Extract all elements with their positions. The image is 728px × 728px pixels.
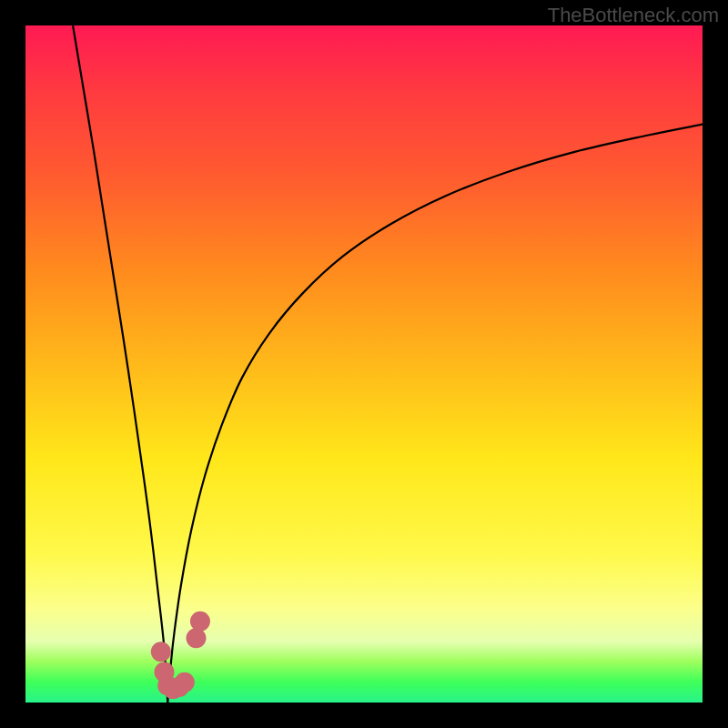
- right-curve: [167, 125, 703, 703]
- chart-svg: [25, 25, 703, 703]
- marker-6: [175, 672, 195, 693]
- marker-1: [151, 642, 171, 662]
- marker-7: [186, 628, 206, 648]
- left-curve: [73, 25, 167, 703]
- plot-area: [25, 25, 703, 703]
- marker-8: [190, 612, 210, 632]
